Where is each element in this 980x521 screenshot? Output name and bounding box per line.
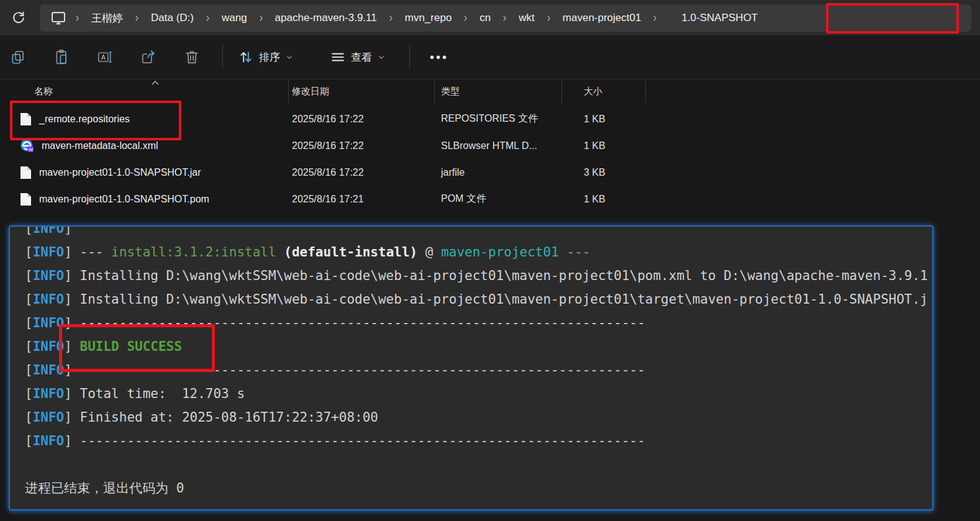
breadcrumb-item-maven-project01[interactable]: maven-project01	[559, 12, 645, 24]
rename-button[interactable]: A	[91, 42, 119, 72]
console-text-segment	[276, 245, 284, 260]
chevron-right-icon[interactable]	[251, 14, 271, 22]
breadcrumb-item-mvn-repo[interactable]: mvn_repo	[401, 12, 456, 24]
file-document-icon	[20, 193, 32, 206]
file-type: jarfile	[435, 167, 562, 178]
column-header-type[interactable]: 类型	[435, 79, 562, 103]
console-text-segment: ---	[559, 245, 591, 260]
console-line	[25, 453, 932, 476]
explorer-toolbar: A	[0, 35, 980, 79]
console-line: [INFO] ---------------------------------…	[25, 429, 932, 453]
file-date: 2025/8/16 17:22	[289, 167, 435, 178]
console-line: [INFO]	[25, 225, 932, 240]
file-row-snapshot-pom[interactable]: maven-project01-1.0-SNAPSHOT.pom 2025/8/…	[0, 186, 980, 212]
console-text-segment: INFO	[33, 315, 65, 330]
file-date: 2025/8/16 17:22	[289, 114, 435, 125]
console-line: [INFO] Installing D:\wang\wktSSM\web-ai-…	[25, 264, 932, 288]
this-pc-monitor-icon	[50, 9, 67, 27]
console-line: [INFO] Total time: 12.703 s	[25, 382, 932, 405]
breadcrumb-item-wang[interactable]: wang	[218, 12, 251, 24]
breadcrumb-item-wkt[interactable]: wkt	[515, 12, 538, 24]
console-text-segment: INFO	[33, 268, 65, 283]
sort-label: 排序	[259, 50, 280, 65]
file-row-snapshot-jar[interactable]: maven-project01-1.0-SNAPSHOT.jar 2025/8/…	[0, 159, 980, 186]
console-text-segment: install:3.1.2:install	[111, 245, 276, 260]
toolbar-divider	[409, 45, 410, 70]
console-text-segment: 进程已结束，退出代码为 0	[25, 481, 184, 496]
delete-button[interactable]	[178, 42, 206, 72]
chevron-right-icon[interactable]	[67, 14, 88, 22]
sort-menu-button[interactable]: 排序	[230, 45, 301, 69]
console-text-segment: INFO	[33, 386, 65, 401]
file-type: REPOSITORIES 文件	[435, 112, 562, 125]
address-bar[interactable]: 王楷婷 Data (D:) wang apache-maven-3.9.11 m…	[40, 4, 971, 32]
console-line: [INFO] Installing D:\wang\wktSSM\web-ai-…	[25, 288, 932, 311]
column-header-size-label: 大小	[584, 86, 602, 97]
column-header-name-label: 名称	[34, 86, 53, 97]
chevron-right-icon[interactable]	[197, 14, 218, 22]
console-text-segment: ----------------------------------------…	[72, 363, 645, 378]
breadcrumb-item-user[interactable]: 王楷婷	[88, 11, 127, 25]
console-text-segment: Finished at: 2025-08-16T17:22:37+08:00	[72, 410, 378, 425]
breadcrumb-item-1-0-snapshot[interactable]: 1.0-SNAPSHOT	[665, 12, 761, 24]
chevron-right-icon[interactable]	[381, 14, 401, 22]
file-document-icon	[20, 166, 32, 179]
console-line: [INFO] ---------------------------------…	[25, 311, 932, 335]
console-text-segment: ]	[64, 363, 72, 378]
svg-text:AI: AI	[29, 147, 32, 152]
console-text-segment	[25, 457, 33, 472]
file-name: _remote.repositories	[39, 114, 130, 125]
console-text-segment: ]	[64, 386, 72, 401]
column-header-name[interactable]: 名称	[0, 79, 289, 103]
breadcrumb-item-apache-maven[interactable]: apache-maven-3.9.11	[271, 12, 381, 24]
console-text-segment: ]	[64, 339, 72, 354]
breadcrumb-item-drive[interactable]: Data (D:)	[147, 12, 197, 24]
console-text-segment: ]	[64, 268, 72, 283]
console-text-segment: ]	[64, 410, 72, 425]
console-text-segment: INFO	[33, 245, 65, 260]
console-text-segment: [	[25, 315, 33, 330]
console-text-segment: ----------------------------------------…	[72, 315, 645, 330]
console-text-segment: [	[25, 225, 33, 236]
console-text-segment: INFO	[33, 363, 65, 378]
chevron-right-icon[interactable]	[494, 14, 515, 22]
console-text-segment: BUILD SUCCESS	[80, 339, 182, 354]
console-text-segment: ]	[64, 225, 72, 236]
view-menu-button[interactable]: 查看	[322, 45, 393, 69]
console-text-segment: (default-install)	[284, 245, 417, 260]
column-header-date[interactable]: 修改日期	[289, 79, 435, 103]
paste-button[interactable]	[47, 42, 76, 72]
copy-button[interactable]	[4, 42, 32, 72]
file-type: POM 文件	[435, 193, 562, 206]
chevron-right-icon[interactable]	[127, 14, 147, 22]
column-header-size[interactable]: 大小	[562, 79, 646, 103]
console-text-segment: INFO	[33, 225, 65, 236]
console-line: 进程已结束，退出代码为 0	[25, 476, 932, 500]
file-date: 2025/8/16 17:22	[289, 140, 435, 152]
column-header-spacer	[646, 79, 980, 103]
svg-text:A: A	[101, 53, 106, 61]
console-text-segment: [	[25, 363, 33, 378]
chevron-right-icon[interactable]	[645, 14, 665, 22]
sort-ascending-caret-icon	[151, 80, 160, 85]
console-panel[interactable]: [INFO][INFO] --- install:3.1.2:install (…	[9, 225, 933, 510]
file-row-remote-repositories[interactable]: _remote.repositories 2025/8/16 17:22 REP…	[0, 106, 980, 132]
console-text-segment: ---	[72, 245, 111, 260]
file-size: 1 KB	[562, 140, 646, 152]
share-icon	[140, 49, 157, 65]
sort-icon	[238, 49, 254, 65]
refresh-button[interactable]	[5, 4, 32, 32]
more-options-button[interactable]: •••	[426, 50, 452, 65]
breadcrumb-item-cn[interactable]: cn	[476, 12, 494, 24]
file-size: 1 KB	[562, 194, 646, 205]
console-text-segment: [	[25, 268, 33, 283]
chevron-right-icon[interactable]	[455, 14, 476, 22]
console-text-segment: Installing D:\wang\wktSSM\web-ai-code\we…	[72, 268, 928, 283]
slbrowser-icon: AI	[20, 138, 34, 153]
file-type: SLBrowser HTML D...	[435, 140, 562, 152]
console-text-segment: [	[25, 245, 33, 260]
share-button[interactable]	[134, 42, 163, 72]
chevron-right-icon[interactable]	[538, 14, 559, 22]
file-row-maven-metadata[interactable]: AI maven-metadata-local.xml 2025/8/16 17…	[0, 132, 980, 159]
console-line: [INFO] BUILD SUCCESS	[25, 335, 932, 358]
